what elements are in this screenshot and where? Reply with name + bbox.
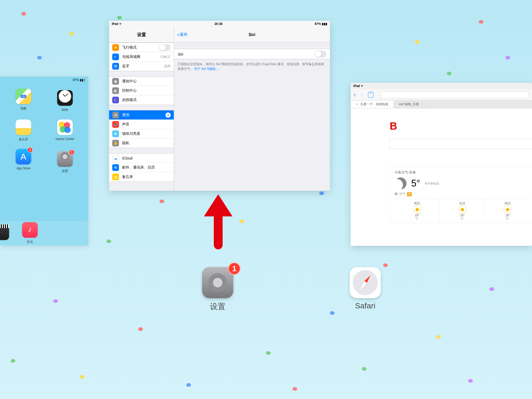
row-icloud[interactable]: ☁iCloud xyxy=(109,154,174,163)
row-wifi[interactable]: ᯤ无线局域网CMCC xyxy=(109,52,174,62)
dock-app[interactable]: ♪音乐 xyxy=(16,222,44,244)
app-icon xyxy=(0,224,9,240)
wifi-icon: ᯤ xyxy=(112,54,119,60)
sound-icon: 🔊 xyxy=(112,121,119,128)
siri-privacy-link[interactable]: 关于 Siri 与隐私… xyxy=(194,67,219,71)
back-button[interactable]: ‹通用 xyxy=(177,31,187,38)
status-bar: 87% ▮▮▯ xyxy=(0,77,88,83)
app-Game Center[interactable]: Game Center xyxy=(44,119,86,142)
airplane-icon: ✈ xyxy=(112,44,119,51)
battery-text: 87% xyxy=(73,78,79,82)
general-badge: 1 xyxy=(165,112,171,118)
badge: 1 xyxy=(69,150,74,155)
app-icon: A2 xyxy=(16,149,31,164)
app-地图[interactable]: 280地图 xyxy=(3,89,44,112)
safari-tabs: ✕百度一下，你就知道ios7省电_百度 xyxy=(351,101,532,108)
dock-settings-label: 设置 xyxy=(192,301,244,312)
wallpaper-icon: ❋ xyxy=(112,130,119,137)
row-mail[interactable]: ✉邮件、通讯录、日历 xyxy=(109,163,174,172)
app-icon: ♪ xyxy=(22,222,38,238)
row-bluetooth[interactable]: ⌘蓝牙关闭 xyxy=(109,62,174,71)
row-airplane[interactable]: ✈飞行模式 xyxy=(109,43,174,52)
app-备忘录[interactable]: 备忘录 xyxy=(3,119,44,142)
back-button[interactable]: ‹ xyxy=(354,91,356,98)
airplane-switch[interactable] xyxy=(159,44,171,51)
dock-settings-badge: 1 xyxy=(228,262,241,275)
privacy-icon: ✋ xyxy=(112,140,119,147)
settings-detail: ‹通用 Siri Siri 只需发出语音指令，就可让 Siri 帮助您完成任务。… xyxy=(174,27,330,191)
browser-tab[interactable]: ✕百度一下，你就知道 xyxy=(351,101,394,108)
siri-switch[interactable] xyxy=(315,51,326,57)
annotation-arrow-up xyxy=(208,194,229,249)
home-dock: ♪音乐 xyxy=(0,221,88,245)
app-App Store[interactable]: A2App Store xyxy=(3,149,44,173)
browser-tab[interactable]: ios7省电_百度 xyxy=(394,101,424,108)
row-notifications[interactable]: ◉通知中心 xyxy=(109,77,174,86)
app-label: App Store xyxy=(3,167,44,170)
chevron-left-icon: ‹ xyxy=(177,31,179,38)
bluetooth-icon: ⌘ xyxy=(112,63,119,70)
app-icon: 1 xyxy=(57,151,73,167)
app-label: Game Center xyxy=(44,137,86,141)
notes-icon: ▤ xyxy=(112,174,119,180)
app-icon xyxy=(57,90,73,106)
weather-widget[interactable]: 今夜天气-宜春 5° 夜间最低温 晴 空气 良 明天18°5°后天18°5°周日… xyxy=(390,167,532,223)
app-时钟[interactable]: 时钟 xyxy=(44,89,86,112)
url-bar[interactable] xyxy=(381,91,529,98)
battery-icon: ▮▮▮ xyxy=(322,22,327,26)
app-label: 地图 xyxy=(3,106,44,111)
settings-sidebar: 设置 ✈飞行模式 ᯤ无线局域网CMCC ⌘蓝牙关闭 ◉通知中心 ◐控制中心 ☾勿… xyxy=(109,27,174,191)
status-bar: iPad ᯤ 20:38 87% ▮▮▮ xyxy=(109,21,330,27)
row-dnd[interactable]: ☾勿扰模式 xyxy=(109,95,174,105)
weather-title: 今夜天气-宜春 xyxy=(395,170,530,175)
status-time: 20:38 xyxy=(215,22,223,26)
close-tab-icon[interactable]: ✕ xyxy=(356,103,358,106)
mail-icon: ✉ xyxy=(112,164,119,171)
forecast-day: 周日18°8° xyxy=(485,199,530,223)
sidebar-title: 设置 xyxy=(109,27,174,43)
dock-safari-icon[interactable] xyxy=(350,267,381,298)
sun-icon xyxy=(460,207,465,212)
status-device: iPad ᯤ xyxy=(112,22,122,26)
row-notes[interactable]: ▤备忘录 xyxy=(109,172,174,182)
baidu-logo: B xyxy=(390,120,527,132)
forward-button: › xyxy=(361,91,363,98)
control-center-icon: ◐ xyxy=(112,87,119,94)
siri-row[interactable]: Siri xyxy=(174,49,330,59)
multitask-card-home[interactable]: 87% ▮▮▯ 280地图时钟备忘录Game CenterA2App Store… xyxy=(0,77,88,245)
row-privacy[interactable]: ✋隐私 xyxy=(109,138,174,148)
weather-sub: 夜间最低温 xyxy=(425,182,439,185)
app-label: 时钟 xyxy=(44,108,86,112)
app-设置[interactable]: 1设置 xyxy=(44,149,86,173)
forecast-day: 后天18°5° xyxy=(440,199,485,223)
status-battery: 87% xyxy=(315,22,321,26)
gear-icon: ⚙ xyxy=(112,112,119,118)
dock-settings-icon[interactable] xyxy=(202,267,233,298)
icloud-icon: ☁ xyxy=(112,155,119,162)
multitask-card-safari[interactable]: iPad ᯤ ‹ › ↑ ✕百度一下，你就知道ios7省电_百度 B 今夜天气-… xyxy=(351,83,532,246)
multitask-card-settings[interactable]: iPad ᯤ 20:38 87% ▮▮▮ 设置 ✈飞行模式 ᯤ无线局域网CMCC… xyxy=(109,21,330,191)
app-icon: 280 xyxy=(16,89,31,104)
siri-footer: 只需发出语音指令，就可让 Siri 帮助您完成任务。您可以进行 FaceTime… xyxy=(174,59,330,74)
row-sound[interactable]: 🔊声音 xyxy=(109,120,174,129)
baidu-search-input[interactable] xyxy=(390,139,532,149)
notifications-icon: ◉ xyxy=(112,78,119,85)
dock-safari-label: Safari xyxy=(339,301,391,310)
row-wallpaper[interactable]: ❋墙纸与亮度 xyxy=(109,129,174,138)
dnd-icon: ☾ xyxy=(112,97,119,103)
row-general[interactable]: ⚙通用1 xyxy=(109,110,174,120)
badge: 2 xyxy=(28,147,33,152)
share-button[interactable]: ↑ xyxy=(368,92,373,98)
detail-title: Siri xyxy=(249,32,255,37)
app-icon xyxy=(16,119,31,135)
safari-toolbar: ‹ › ↑ xyxy=(351,89,532,101)
app-icon xyxy=(57,119,73,135)
moon-icon xyxy=(395,177,407,189)
sun-icon xyxy=(505,207,510,212)
weather-temp: 5° xyxy=(411,178,420,189)
safari-page: B 今夜天气-宜春 5° 夜间最低温 晴 空气 良 明天18°5°后天18°5°… xyxy=(351,108,532,246)
app-label: 设置 xyxy=(44,169,86,173)
app-label: 备忘录 xyxy=(3,137,44,142)
row-control-center[interactable]: ◐控制中心 xyxy=(109,86,174,95)
dock-app[interactable] xyxy=(0,224,16,242)
